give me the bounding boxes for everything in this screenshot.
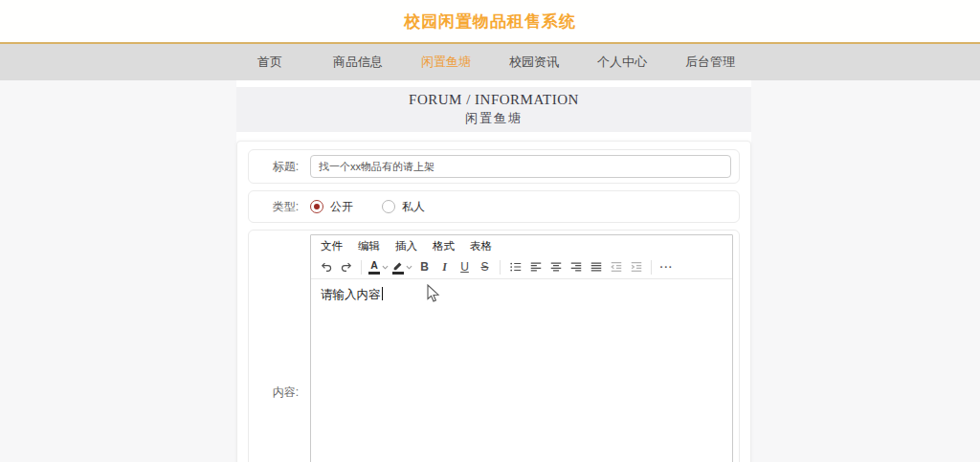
text-color-icon[interactable]: A	[367, 257, 390, 277]
radio-private[interactable]: 私人	[382, 199, 425, 215]
nav-item-products[interactable]: 商品信息	[314, 54, 402, 71]
bold-icon[interactable]: B	[414, 257, 434, 277]
toolbar-separator	[651, 260, 652, 275]
radio-private-label: 私人	[402, 199, 425, 215]
app-title: 校园闲置物品租售系统	[404, 11, 576, 33]
content-row: 内容: 文件 编辑 插入 格式 表格	[248, 230, 740, 462]
nav-item-admin[interactable]: 后台管理	[666, 54, 754, 71]
align-center-icon[interactable]	[546, 257, 566, 277]
underline-icon[interactable]: U	[455, 257, 475, 277]
more-options-icon[interactable]: ···	[657, 257, 677, 277]
italic-icon[interactable]: I	[434, 257, 455, 277]
toolbar-separator	[361, 260, 362, 275]
nav-item-profile[interactable]: 个人中心	[578, 54, 666, 71]
banner-title-zh: 闲置鱼塘	[465, 110, 523, 127]
banner-title-en: FORUM / INFORMATION	[409, 92, 579, 108]
undo-icon[interactable]	[316, 257, 336, 277]
type-radio-group: 公开 私人	[310, 199, 425, 215]
title-input[interactable]	[310, 155, 731, 178]
menu-insert[interactable]: 插入	[395, 239, 417, 253]
editor-toolbar: A B I U S	[311, 255, 732, 279]
outdent-icon[interactable]	[606, 257, 626, 277]
title-row: 标题:	[248, 149, 740, 184]
editor-menubar: 文件 编辑 插入 格式 表格	[311, 235, 732, 255]
radio-public[interactable]: 公开	[310, 199, 353, 215]
page-banner: FORUM / INFORMATION 闲置鱼塘	[236, 87, 751, 132]
editor-content-area[interactable]: 请输入内容	[311, 279, 732, 462]
nav-item-forum[interactable]: 闲置鱼塘	[402, 54, 490, 71]
title-label: 标题:	[249, 159, 310, 175]
radio-public-label: 公开	[330, 199, 353, 215]
nav-item-home[interactable]: 首页	[226, 54, 314, 71]
menu-table[interactable]: 表格	[470, 239, 492, 253]
strikethrough-icon[interactable]: S	[475, 257, 495, 277]
text-caret	[382, 287, 383, 300]
bullet-list-icon[interactable]	[505, 257, 525, 277]
radio-public-circle[interactable]	[310, 200, 323, 213]
align-left-icon[interactable]	[525, 257, 546, 277]
toolbar-separator	[500, 260, 501, 275]
rich-text-editor[interactable]: 文件 编辑 插入 格式 表格 A	[310, 234, 733, 462]
editor-text: 请输入内容	[321, 288, 381, 301]
menu-format[interactable]: 格式	[433, 239, 455, 253]
indent-icon[interactable]	[626, 257, 646, 277]
menu-file[interactable]: 文件	[321, 239, 343, 253]
content-column: FORUM / INFORMATION 闲置鱼塘 标题: 类型: 公开 私人	[236, 80, 751, 462]
redo-icon[interactable]	[336, 257, 356, 277]
nav-item-news[interactable]: 校园资讯	[490, 54, 578, 71]
post-form-card: 标题: 类型: 公开 私人 内容: 文件	[236, 141, 751, 462]
justify-icon[interactable]	[586, 257, 606, 277]
type-row: 类型: 公开 私人	[248, 190, 740, 223]
radio-private-circle[interactable]	[382, 200, 395, 213]
type-label: 类型:	[249, 199, 310, 215]
highlight-color-icon[interactable]	[390, 257, 414, 277]
menu-edit[interactable]: 编辑	[358, 239, 380, 253]
app-header: 校园闲置物品租售系统	[0, 0, 980, 42]
main-nav: 首页 商品信息 闲置鱼塘 校园资讯 个人中心 后台管理	[0, 44, 980, 80]
content-label: 内容:	[249, 385, 310, 401]
align-right-icon[interactable]	[566, 257, 586, 277]
